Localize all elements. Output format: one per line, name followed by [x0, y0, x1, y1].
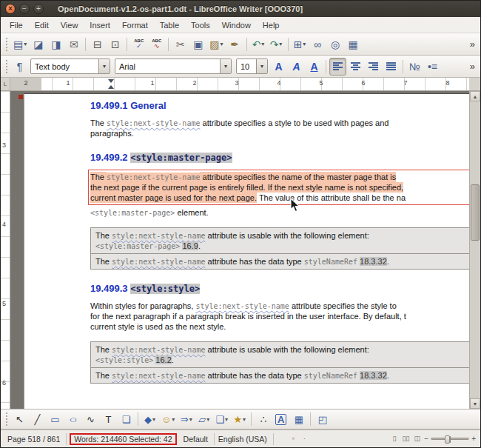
table-button[interactable]: ⊞▾: [292, 36, 309, 53]
first-line-indent-marker[interactable]: [108, 79, 114, 83]
chevron-down-icon[interactable]: ▾: [98, 59, 110, 73]
vertical-ruler[interactable]: 3456: [1, 91, 10, 409]
menu-insert[interactable]: Insert: [84, 19, 116, 32]
view-layout-single-button[interactable]: ▯: [388, 433, 400, 445]
italic-button[interactable]: A: [288, 58, 305, 76]
horizontal-ruler[interactable]: 2112345678: [10, 78, 469, 90]
picture-from-file-button[interactable]: ▦: [290, 410, 307, 428]
bold-button[interactable]: A: [270, 58, 287, 76]
tab-stop-selector[interactable]: L: [1, 78, 10, 90]
scrollbar-track[interactable]: [470, 101, 480, 398]
open-button[interactable]: ◪: [30, 36, 47, 53]
cut-button[interactable]: ✂: [172, 36, 189, 53]
align-justify-button[interactable]: [383, 58, 400, 76]
toolbar-separator: [168, 38, 169, 51]
styles-and-formatting-button[interactable]: ¶: [11, 58, 28, 76]
font-name-combobox[interactable]: Arial ▾: [115, 58, 232, 74]
toolbar-grip[interactable]: [4, 38, 8, 51]
text-run: 18.3.32: [360, 257, 387, 266]
clone-formatting-button[interactable]: ✒: [226, 36, 243, 53]
chevron-down-icon[interactable]: ▾: [220, 59, 231, 73]
text-run: paragraphs.: [90, 129, 134, 138]
scroll-up-icon[interactable]: ▲: [470, 91, 480, 101]
save-button[interactable]: ◨: [47, 36, 64, 53]
menu-window[interactable]: Window: [216, 19, 257, 32]
spelling-button[interactable]: ABC✓: [130, 36, 147, 53]
paragraph-style-combobox[interactable]: Text body ▾: [30, 58, 110, 74]
zoom-slider[interactable]: − +: [424, 435, 476, 443]
menu-edit[interactable]: Edit: [29, 19, 55, 32]
toolbar-overflow-chevron[interactable]: »: [468, 39, 477, 50]
text-box-button[interactable]: T: [100, 410, 117, 428]
redo-button[interactable]: ↷▾: [268, 36, 285, 53]
toolbar-grip[interactable]: [4, 412, 8, 426]
flowchart-button[interactable]: ▱▾: [195, 410, 212, 428]
zoom-out-icon[interactable]: −: [424, 435, 428, 443]
bullets-button[interactable]: •≡: [424, 58, 441, 76]
vertical-scrollbar[interactable]: ▲ ▼: [469, 91, 480, 409]
toolbar-overflow-chevron[interactable]: »: [468, 61, 477, 72]
chevron-down-icon[interactable]: ▾: [256, 59, 267, 73]
ellipse-button[interactable]: ○: [64, 410, 81, 428]
document-page[interactable]: 19.499.1 GeneralThe style:next-style-nam…: [24, 93, 469, 409]
menu-format[interactable]: Format: [116, 19, 154, 32]
word-count-status[interactable]: Words: 214460 Selected: 42: [74, 435, 172, 444]
freeform-line-button[interactable]: ∿: [82, 410, 99, 428]
selection-mode-status-button[interactable]: ▫: [288, 433, 299, 445]
left-indent-marker[interactable]: [108, 85, 114, 89]
underline-button[interactable]: A: [306, 58, 323, 76]
minimize-button[interactable]: −: [19, 4, 30, 14]
document-content: 19.499.1 GeneralThe style:next-style-nam…: [90, 96, 469, 394]
stars-button[interactable]: ★▾: [231, 410, 248, 428]
language-status[interactable]: English (USA): [215, 433, 274, 445]
indent-marker[interactable]: [107, 79, 114, 89]
view-layout-book-button[interactable]: ◫: [411, 433, 423, 445]
maximize-button[interactable]: +: [33, 4, 44, 14]
page-style-status[interactable]: Default: [180, 433, 215, 445]
toolbar-grip[interactable]: [4, 60, 8, 73]
copy-button[interactable]: ▣: [189, 36, 206, 53]
paste-button[interactable]: ▨▾: [207, 36, 225, 53]
menu-tools[interactable]: Tools: [185, 19, 216, 32]
menu-help[interactable]: Help: [257, 19, 286, 32]
close-button[interactable]: ×: [5, 4, 16, 14]
print-preview-button[interactable]: ⊡: [107, 36, 124, 53]
auto-spellcheck-button[interactable]: ABC∿: [148, 36, 165, 53]
block-arrows-button[interactable]: ⇒▾: [178, 410, 195, 428]
callout-button[interactable]: ❏: [118, 410, 135, 428]
symbol-shapes-button[interactable]: ☺▾: [159, 410, 177, 428]
document-canvas[interactable]: 19.499.1 GeneralThe style:next-style-nam…: [10, 91, 469, 409]
view-layout-multiple-button[interactable]: ▯▯: [400, 433, 411, 445]
font-size-combobox[interactable]: 10 ▾: [236, 58, 268, 74]
print-button[interactable]: ⊟: [89, 36, 106, 53]
basic-shapes-button[interactable]: ◆▾: [141, 410, 158, 428]
align-left-button[interactable]: [329, 58, 346, 76]
undo-button[interactable]: ↶▾: [250, 36, 267, 53]
scrollbar-thumb[interactable]: [471, 184, 480, 241]
hyperlink-button[interactable]: ∞: [309, 36, 326, 53]
insert-mode-status-button[interactable]: [277, 433, 288, 445]
zoom-in-icon[interactable]: +: [471, 435, 476, 443]
new-document-button[interactable]: ▤▾: [11, 36, 29, 53]
align-right-button[interactable]: [365, 58, 382, 76]
zoom-slider-thumb[interactable]: [445, 435, 450, 444]
fontwork-button[interactable]: A: [272, 410, 289, 428]
gallery-button[interactable]: ▦: [345, 36, 362, 53]
zoom-slider-track[interactable]: [431, 438, 469, 440]
select-button[interactable]: ↖: [11, 410, 28, 428]
scroll-down-icon[interactable]: ▼: [470, 398, 480, 409]
menu-file[interactable]: File: [4, 19, 29, 32]
points-button[interactable]: ∴: [255, 410, 272, 428]
extrusion-button[interactable]: ◰: [314, 410, 331, 428]
rectangle-button[interactable]: ▭: [47, 410, 64, 428]
navigator-button[interactable]: ◎: [327, 36, 344, 53]
page-number-status[interactable]: Page 518 / 861: [4, 433, 67, 445]
numbering-button[interactable]: №: [406, 58, 423, 76]
callouts-button[interactable]: ❑▾: [213, 410, 230, 428]
align-center-button[interactable]: [347, 58, 364, 76]
line-button[interactable]: ╱: [29, 410, 46, 428]
document-modified-status-button[interactable]: ·: [299, 433, 310, 445]
email-document-button[interactable]: ✉: [65, 36, 82, 53]
menu-table[interactable]: Table: [154, 19, 185, 32]
menu-view[interactable]: View: [55, 19, 84, 32]
